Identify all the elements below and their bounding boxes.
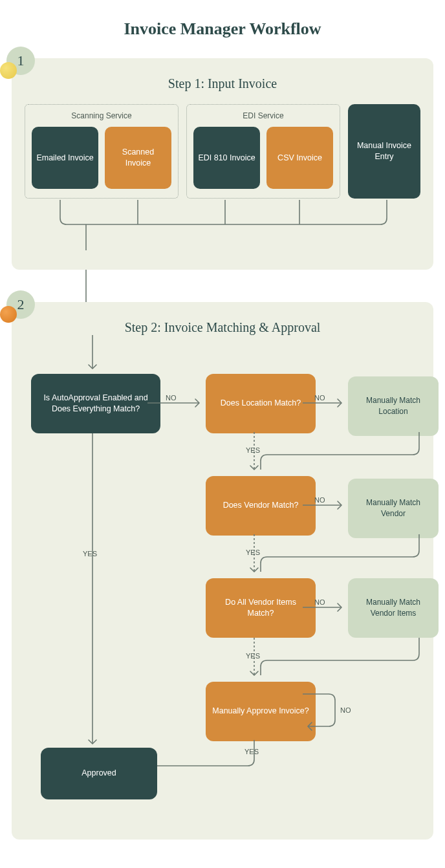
scanned-invoice-node: Scanned Invoice (105, 127, 171, 189)
items-to-approve-connector: YES (206, 638, 426, 683)
items-no-label: NO (314, 598, 325, 606)
approve-yes-label: YES (244, 748, 259, 755)
step1-badge: 1 (6, 47, 35, 75)
orange-icon (0, 306, 17, 323)
approved-node: Approved (41, 748, 157, 799)
between-steps-connector (0, 270, 445, 302)
edi-service-group: EDI Service EDI 810 Invoice CSV Invoice (186, 104, 340, 199)
vendor-no-label: NO (314, 496, 325, 504)
autoapproval-question-node: Is AutoApproval Enabled and Does Everyth… (31, 374, 160, 433)
csv-invoice-node: CSV Invoice (266, 127, 333, 189)
autoapproval-yes-long: YES (83, 433, 102, 750)
step1-heading: Step 1: Input Invoice (25, 76, 420, 91)
step2-badge: 2 (6, 290, 35, 319)
manual-location-node: Manually Match Location (348, 376, 439, 436)
step2-panel: 2 Step 2: Invoice Matching & Approval Is… (12, 302, 433, 840)
edi810-invoice-node: EDI 810 Invoice (193, 127, 260, 189)
entry-arrow (86, 335, 99, 374)
items-question-node: Do All Vendor Items Match? (206, 578, 316, 638)
items-yes-label: YES (246, 652, 260, 660)
autoapproval-no-label: NO (166, 394, 177, 402)
lemon-icon (0, 62, 17, 79)
page-title: Invoice Manager Workflow (0, 19, 445, 39)
approve-no-label: NO (340, 706, 351, 714)
step1-inputs-row: Scanning Service Emailed Invoice Scanned… (25, 104, 420, 199)
location-question-node: Does Location Match? (206, 374, 316, 433)
emailed-invoice-node: Emailed Invoice (32, 127, 98, 189)
manual-items-node: Manually Match Vendor Items (348, 578, 439, 638)
location-yes-label: YES (246, 446, 260, 454)
autoapproval-no-arrow: NO (147, 393, 206, 413)
approve-no-loop: NO (303, 684, 361, 736)
manual-vendor-node: Manually Match Vendor (348, 479, 439, 538)
manual-invoice-entry-node: Manual Invoice Entry (348, 104, 420, 199)
vendor-no-arrow: NO (303, 495, 348, 515)
vendor-yes-label: YES (246, 548, 260, 556)
step2-heading: Step 2: Invoice Matching & Approval (25, 320, 420, 335)
edi-service-label: EDI Service (193, 111, 333, 120)
manual-approve-question-node: Manually Approve Invoice? (206, 682, 316, 741)
vendor-question-node: Does Vendor Match? (206, 476, 316, 536)
location-no-arrow: NO (303, 393, 348, 413)
scanning-service-group: Scanning Service Emailed Invoice Scanned… (25, 104, 179, 199)
location-to-vendor-connector: YES (206, 432, 426, 477)
autoapproval-yes-label: YES (83, 550, 97, 558)
step1-panel: 1 Step 1: Input Invoice Scanning Service… (12, 58, 433, 270)
vendor-to-items-connector: YES (206, 534, 426, 580)
items-no-arrow: NO (303, 598, 348, 617)
step1-number: 1 (17, 52, 25, 69)
step2-number: 2 (17, 296, 25, 313)
location-no-label: NO (314, 394, 325, 402)
step1-merge-connector (25, 199, 420, 250)
scanning-service-label: Scanning Service (32, 111, 171, 120)
step2-flow-area: Is AutoApproval Enabled and Does Everyth… (25, 348, 420, 814)
